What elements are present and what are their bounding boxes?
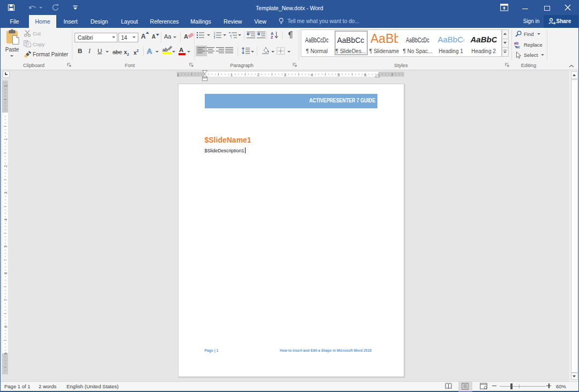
svg-text:1: 1 <box>3 138 8 140</box>
svg-text:3: 3 <box>3 192 8 194</box>
svg-text:1: 1 <box>230 72 232 77</box>
svg-text:1: 1 <box>177 72 179 77</box>
svg-text:9: 9 <box>3 352 8 354</box>
svg-text:7: 7 <box>3 299 8 301</box>
svg-text:3: 3 <box>214 36 216 39</box>
svg-text:i: i <box>231 36 232 39</box>
svg-text:5: 5 <box>3 245 8 247</box>
svg-text:2: 2 <box>3 165 8 167</box>
svg-text:Z: Z <box>271 35 273 39</box>
svg-text:4: 4 <box>3 219 8 221</box>
svg-text:2: 2 <box>257 72 259 77</box>
svg-text:5: 5 <box>337 72 339 77</box>
svg-text:3: 3 <box>284 72 286 77</box>
svg-text:6: 6 <box>3 272 8 274</box>
svg-text:A: A <box>271 32 273 35</box>
svg-text:4: 4 <box>310 72 313 77</box>
svg-text:8: 8 <box>3 326 8 328</box>
svg-text:1: 1 <box>3 85 8 87</box>
svg-text:6: 6 <box>364 72 366 77</box>
svg-text:7: 7 <box>391 72 393 77</box>
